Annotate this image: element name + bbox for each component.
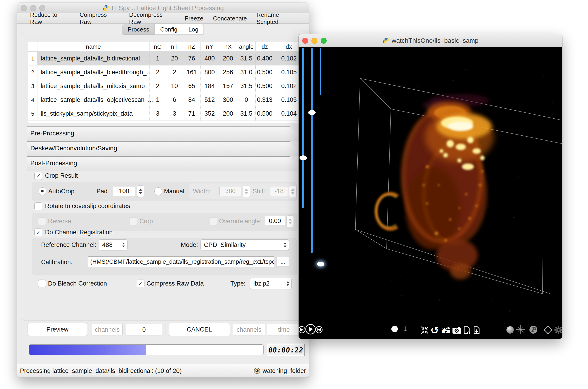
- calibration-input[interactable]: (HMS)/CBMF/lattice_sample_data/lls_regis…: [88, 256, 274, 267]
- footer-divider: [166, 324, 166, 336]
- toolbar-freeze[interactable]: Freeze: [182, 15, 206, 22]
- col-name[interactable]: name: [37, 42, 149, 51]
- skip-forward-button[interactable]: [315, 326, 323, 334]
- zoom-button[interactable]: [39, 5, 45, 11]
- reverse-checkbox[interactable]: ✓: [38, 217, 46, 225]
- center-view-icon[interactable]: [420, 326, 429, 334]
- col-dz[interactable]: dz: [256, 42, 274, 51]
- section-post-processing[interactable]: Post-Processing: [27, 156, 302, 171]
- time-button[interactable]: time: [267, 324, 301, 335]
- tab-process[interactable]: Process: [122, 24, 154, 34]
- toolbar-rename-scripted[interactable]: Rename Scripted: [254, 11, 304, 26]
- override-angle-stepper[interactable]: [286, 215, 294, 227]
- col-angle[interactable]: angle: [237, 42, 256, 51]
- section-deskew-deconvolution-saving[interactable]: Deskew/Deconvolution/Saving: [27, 141, 302, 156]
- crop-result-checkbox[interactable]: ✓: [34, 172, 42, 180]
- table-header-row: name nC nT nZ nY nX angle dz dx: [28, 42, 304, 52]
- preview-button[interactable]: Preview: [28, 323, 87, 336]
- export-document-icon[interactable]: [473, 326, 481, 334]
- watching-folder-label: watching_folder: [263, 367, 306, 375]
- shift-stepper[interactable]: [289, 186, 297, 197]
- toolbar-drag-handle[interactable]: [22, 16, 24, 21]
- render-canvas[interactable]: 1 ↺ P: [299, 47, 562, 339]
- reset-rotation-icon[interactable]: ↺: [430, 324, 439, 336]
- cancel-button[interactable]: CANCEL: [169, 323, 230, 336]
- slider-track-3[interactable]: [320, 48, 321, 95]
- col-ny[interactable]: nY: [200, 42, 219, 51]
- toolbar-compress-raw[interactable]: Compress Raw: [77, 11, 122, 26]
- width-input[interactable]: 380: [219, 186, 241, 196]
- progress-fill: [29, 345, 146, 355]
- slider-track-2[interactable]: [311, 48, 313, 253]
- slider-handle-1[interactable]: [300, 155, 307, 160]
- rotate-crop-checkbox[interactable]: ✓: [130, 217, 137, 225]
- close-button[interactable]: [21, 5, 27, 11]
- manual-radio[interactable]: [154, 187, 162, 195]
- compression-type-select[interactable]: lbzip2: [250, 278, 292, 289]
- pan-diamond-icon[interactable]: [543, 325, 553, 335]
- override-angle-checkbox[interactable]: ✓: [209, 217, 217, 225]
- slider-handle-2[interactable]: [308, 110, 316, 115]
- bleach-correction-checkbox[interactable]: ✓: [38, 280, 46, 287]
- compression-type-label: Type:: [230, 280, 246, 287]
- minimize-button[interactable]: [311, 38, 317, 44]
- channel-dot-icon[interactable]: [392, 326, 398, 332]
- shift-input[interactable]: -18: [270, 186, 288, 196]
- slider-handle-3[interactable]: [317, 262, 324, 266]
- tab-log[interactable]: Log: [183, 24, 203, 34]
- sparkle-axes-icon[interactable]: [516, 325, 526, 334]
- mode-select[interactable]: CPD_Similarity: [200, 239, 289, 250]
- pad-input[interactable]: 100: [113, 186, 135, 196]
- chevron-updown-icon: [122, 243, 125, 247]
- toolbar-decompress-raw[interactable]: Decompress Raw: [127, 11, 177, 26]
- minimize-button[interactable]: [30, 5, 36, 11]
- autocrop-radio[interactable]: [39, 187, 46, 195]
- width-stepper[interactable]: [243, 186, 250, 197]
- toolbar-concatenate[interactable]: Concatenate: [211, 15, 249, 22]
- settings-gear-icon[interactable]: [554, 325, 562, 334]
- table-row[interactable]: 5 lls_stickypix_samp/stickypix_data 3 3 …: [28, 107, 304, 121]
- render-sphere-icon[interactable]: [506, 326, 514, 334]
- table-row[interactable]: 4 lattice_sample_data/lls_objectivescan_…: [28, 93, 304, 107]
- channel-registration-checkbox[interactable]: ✓: [34, 228, 42, 236]
- preview-count-field[interactable]: 0: [126, 324, 162, 335]
- slider-track-1[interactable]: [302, 48, 304, 208]
- play-button[interactable]: [305, 324, 316, 335]
- col-nz[interactable]: nZ: [183, 42, 200, 51]
- table-row[interactable]: 2 lattice_sample_data/lls_bleedthrough_.…: [28, 65, 304, 79]
- override-angle-input[interactable]: 0.00: [265, 216, 285, 226]
- record-movie-icon[interactable]: [442, 326, 451, 334]
- col-nx[interactable]: nX: [219, 42, 237, 51]
- compress-raw-checkbox[interactable]: ✓: [137, 280, 144, 287]
- file-table[interactable]: name nC nT nZ nY nX angle dz dx 1 lattic…: [28, 42, 304, 123]
- eye-icon[interactable]: [254, 368, 260, 374]
- new-document-icon[interactable]: [463, 326, 471, 334]
- preview-channels-button[interactable]: channels: [92, 324, 123, 335]
- override-angle-label: Override angle:: [219, 218, 262, 225]
- screenshot-camera-icon[interactable]: [452, 326, 462, 334]
- reference-channel-select[interactable]: 488: [99, 239, 127, 250]
- shift-label: Shift:: [253, 188, 267, 195]
- zoom-button[interactable]: [321, 38, 327, 44]
- pad-stepper[interactable]: [137, 186, 144, 197]
- tab-config[interactable]: Config: [154, 24, 183, 34]
- tab-bar: Process Config Log: [122, 24, 204, 35]
- calibration-browse-button[interactable]: ...: [276, 257, 289, 267]
- section-pre-processing[interactable]: Pre-Processing: [27, 127, 302, 141]
- mode-label: Mode:: [181, 241, 198, 249]
- reverse-label: Reverse: [48, 218, 71, 225]
- reference-channel-label: Reference Channel:: [41, 241, 96, 249]
- rotate-coverslip-label: Rotate to coverslip coordinates: [45, 202, 130, 210]
- close-button[interactable]: [302, 38, 308, 44]
- cancel-channels-button[interactable]: channels: [233, 324, 265, 335]
- table-row-empty: [28, 121, 304, 123]
- col-nc[interactable]: nC: [149, 42, 166, 51]
- table-row[interactable]: 1 lattice_sample_data/lls_bidirectional …: [28, 52, 304, 65]
- plugin-p-icon[interactable]: P: [530, 326, 537, 334]
- toolbar-reduce-to-raw[interactable]: Reduce to Raw: [28, 11, 72, 26]
- col-nt[interactable]: nT: [166, 42, 183, 51]
- viewer-titlebar[interactable]: watchThisOne/lls_basic_samp: [299, 34, 562, 47]
- viewer-window: watchThisOne/lls_basic_samp: [299, 34, 562, 339]
- rotate-coverslip-checkbox[interactable]: ✓: [34, 202, 42, 210]
- table-row[interactable]: 3 lattice_sample_data/lls_mitosis_samp 2…: [28, 79, 304, 93]
